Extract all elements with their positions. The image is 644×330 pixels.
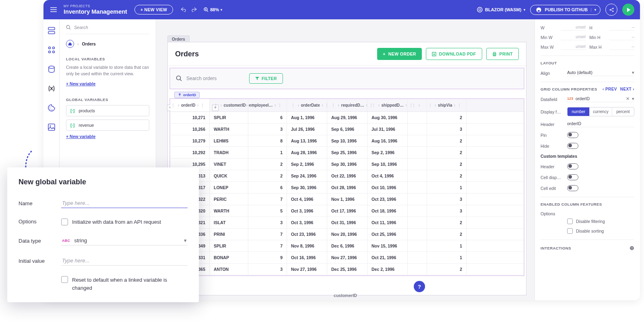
global-variable-item[interactable]: [·]products — [66, 105, 149, 116]
table-row[interactable]: 10,279LEHMS8Aug 13, 1996Sep 10, 1996Aug … — [170, 135, 524, 147]
svg-point-24 — [177, 76, 181, 80]
table-row[interactable]: 10,365ANTON3Nov 27, 1996Dec 25, 1996Dec … — [170, 264, 524, 275]
properties-panel: Wunset H-- Min Wunset Min H-- Max Wunset… — [535, 19, 640, 300]
format-segment[interactable]: number currency percent — [567, 107, 634, 116]
variables-icon[interactable] — [47, 85, 56, 93]
svg-point-15 — [50, 109, 50, 109]
column-header[interactable]: ⋮↑shippedD…↑⋮ — [367, 99, 408, 111]
github-icon — [536, 7, 541, 12]
components-icon[interactable] — [47, 46, 56, 54]
cell-edit-toggle[interactable] — [567, 185, 578, 191]
assets-icon[interactable] — [47, 123, 56, 131]
table-row[interactable]: 10,349SPLIR7Nov 8, 1996Dec 6, 1996Nov 15… — [170, 240, 524, 252]
new-view-button[interactable]: + NEW VIEW — [134, 5, 173, 14]
new-global-variable-link[interactable]: + New variable — [66, 134, 149, 139]
share-button[interactable] — [605, 4, 617, 16]
svg-point-18 — [50, 126, 51, 127]
table-row[interactable]: 10,313QUICK2Sep 24, 1996Oct 22, 1996Oct … — [170, 170, 524, 182]
download-pdf-button[interactable]: DOWNLOAD PDF — [426, 48, 482, 60]
hide-toggle[interactable] — [567, 143, 578, 149]
framework-dropdown[interactable]: BLAZOR (WASM) ▾ — [477, 7, 525, 12]
history-controls: 88% ▾ — [180, 7, 222, 12]
global-variable-item[interactable]: [·]revenue — [66, 120, 149, 131]
table-row[interactable]: 10,322PERIC7Oct 4, 1996Nov 1, 1996Oct 23… — [170, 194, 524, 205]
height-label: H — [589, 25, 606, 30]
footer-column-label: customerID — [334, 293, 357, 298]
cell-display-label: Cell disp… — [541, 175, 567, 180]
disable-filtering-checkbox[interactable] — [567, 219, 573, 224]
theme-icon[interactable] — [47, 104, 56, 112]
disable-filtering-label: Disable filtering — [576, 219, 605, 224]
topbar: MY PROJECTS Inventory Management + NEW V… — [43, 0, 640, 19]
column-header[interactable]: ⋮↑employeeI…↑⋮ — [248, 99, 287, 111]
minh-input[interactable]: -- — [609, 35, 634, 40]
home-icon[interactable] — [66, 40, 74, 48]
redo-icon[interactable] — [192, 7, 197, 12]
add-interaction-button[interactable]: ⊕ — [630, 245, 634, 251]
minw-input[interactable]: unset — [561, 35, 586, 40]
zoom-control[interactable]: 88% ▾ — [204, 7, 222, 12]
table-row[interactable]: 10,320WARTH5Oct 3, 1996Oct 17, 1996Oct 1… — [170, 205, 524, 217]
selected-column-chip[interactable]: orderID — [174, 92, 200, 98]
search-icon — [176, 75, 182, 82]
svg-point-9 — [48, 47, 50, 49]
height-input[interactable]: -- — [609, 25, 634, 31]
maxh-label: Max H — [589, 45, 606, 50]
maxw-input[interactable]: unset — [561, 44, 586, 50]
pin-toggle[interactable] — [567, 132, 578, 138]
array-icon: [·] — [70, 123, 74, 128]
sidebar-search[interactable]: Search — [66, 25, 149, 34]
reset-default-label: Reset to default when a linked variable … — [72, 276, 188, 292]
minh-label: Min H — [589, 35, 606, 40]
column-header[interactable]: ⋮↑orderID↑⋮ — [170, 99, 210, 111]
table-row[interactable]: 10,331BONAP9Oct 16, 1996Nov 27, 1996Oct … — [170, 252, 524, 264]
undo-icon[interactable] — [180, 7, 186, 12]
align-label: Align — [541, 71, 567, 76]
tmpl-header-label: Header — [541, 164, 567, 169]
search-orders-input[interactable]: Search orders — [176, 75, 244, 82]
table-row[interactable]: 10,271SPLIR6Aug 1, 1996Aug 29, 1996Aug 3… — [170, 112, 524, 124]
column-header[interactable]: ⋮↑ — [408, 99, 427, 111]
column-header[interactable]: ⋮↑shipVia↑⋮ — [427, 99, 466, 111]
string-type-icon: ABC — [62, 239, 70, 243]
design-canvas[interactable]: Orders Orders +NEW ORDER DOWNLOAD PDF PR… — [156, 19, 535, 300]
new-local-variable-link[interactable]: + New variable — [66, 81, 149, 86]
publish-button[interactable]: PUBLISH TO GITHUB ▾ — [530, 5, 601, 15]
data-icon[interactable] — [47, 65, 56, 73]
table-row[interactable]: 10,317LONEP6Sep 30, 1996Oct 28, 1996Oct … — [170, 182, 524, 194]
maxh-input[interactable]: -- — [609, 44, 634, 50]
datafield-dropdown[interactable]: 123orderID✕ ▾ — [567, 96, 634, 102]
views-icon[interactable] — [47, 27, 56, 35]
table-row[interactable]: 10,292TRADH1Aug 28, 1996Sep 25, 1996Sep … — [170, 147, 524, 159]
table-row[interactable]: 10,321ISLAT3Oct 3, 1996Oct 31, 1996Oct 1… — [170, 217, 524, 229]
filter-button[interactable]: FILTER — [249, 73, 283, 84]
width-label: W — [541, 25, 557, 30]
cell-display-toggle[interactable] — [567, 174, 578, 180]
disable-sorting-checkbox[interactable] — [567, 228, 573, 234]
table-row[interactable]: 10,336PRINI7Oct 23, 1996Nov 20, 1996Oct … — [170, 229, 524, 240]
table-row[interactable]: 10,295VINET2Sep 2, 1996Sep 30, 1996Sep 1… — [170, 159, 524, 170]
api-init-checkbox[interactable] — [61, 219, 68, 225]
width-input[interactable]: unset — [561, 25, 586, 31]
svg-point-13 — [49, 66, 54, 68]
table-row[interactable]: 10,266WARTH3Jul 26, 1996Sep 6, 1996Jul 3… — [170, 124, 524, 135]
align-dropdown[interactable]: Auto (default)▾ — [567, 70, 634, 76]
menu-icon[interactable] — [49, 5, 58, 14]
initial-value-input[interactable] — [61, 256, 188, 266]
column-header[interactable]: ⋮↑requiredD…↑⋮ — [327, 99, 367, 111]
column-header[interactable]: ⋮↑orderDate↑⋮ — [287, 99, 327, 111]
reset-default-checkbox[interactable] — [61, 276, 68, 283]
prev-col-button[interactable]: ‹ Prev — [603, 87, 617, 91]
help-button[interactable]: ? — [414, 281, 425, 292]
next-col-button[interactable]: Next › — [620, 87, 634, 91]
run-button[interactable] — [622, 4, 634, 16]
options-label: Options — [19, 219, 61, 225]
print-button[interactable]: PRINT — [486, 48, 519, 60]
tmpl-header-toggle[interactable] — [567, 163, 578, 169]
variable-name-input[interactable] — [61, 198, 188, 208]
local-vars-title: LOCAL VARIABLES — [66, 57, 149, 61]
header-input[interactable]: orderID — [567, 121, 634, 127]
data-grid[interactable]: ⋮↑orderID↑⋮⋮↑customerID↑⋮⋮↑employeeI…↑⋮⋮… — [169, 98, 524, 276]
new-order-button[interactable]: +NEW ORDER — [377, 48, 421, 60]
datatype-dropdown[interactable]: ABC string ▾ — [61, 236, 188, 245]
